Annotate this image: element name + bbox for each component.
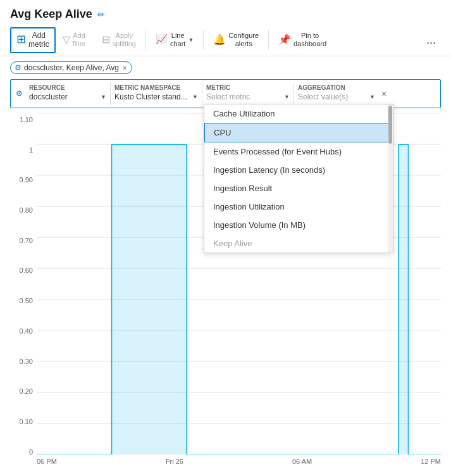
resource-value: docscluster xyxy=(29,92,68,101)
page-title: Avg Keep Alive xyxy=(10,8,92,21)
resource-arrow: ▼ xyxy=(101,94,106,100)
namespace-dropdown[interactable]: Kusto Cluster stand... ▼ xyxy=(112,91,201,103)
metric-placeholder: Select metric xyxy=(206,92,250,101)
tag-icon: ⚙ xyxy=(15,63,22,72)
pin-to-dashboard-button[interactable]: 📌 Pin to dashboard xyxy=(273,28,332,51)
add-metric-icon: ⊞ xyxy=(16,32,26,46)
aggregation-arrow: ▼ xyxy=(369,94,375,100)
metric-tag: ⚙ docscluster, Keep Alive, Avg × xyxy=(10,61,132,74)
pin-to-dashboard-label: Pin to dashboard xyxy=(293,32,326,48)
add-metric-label: Add metric xyxy=(28,31,49,49)
selector-resource-icon: ⚙ xyxy=(13,89,25,98)
resource-group: RESOURCE docscluster ▼ xyxy=(27,84,109,103)
tag-close-button[interactable]: × xyxy=(123,64,127,72)
tag-area: ⚙ docscluster, Keep Alive, Avg × xyxy=(0,56,451,79)
metric-item-cpu[interactable]: CPU xyxy=(204,123,393,142)
y-label-1: 1 xyxy=(10,146,37,154)
add-filter-label: Add filter xyxy=(73,32,86,48)
resource-dropdown[interactable]: docscluster ▼ xyxy=(27,91,109,103)
metric-dropdown-thumb xyxy=(388,106,392,144)
divider-2 xyxy=(202,82,202,105)
metric-item-events-processed[interactable]: Events Processed (for Event Hubs) xyxy=(204,142,393,161)
add-filter-icon: ▽ xyxy=(63,34,70,46)
x-label-06am: 06 AM xyxy=(292,458,312,469)
x-label-12pm: 12 PM xyxy=(421,458,441,469)
metric-item-cache-utilization[interactable]: Cache Utilization xyxy=(204,104,393,123)
x-label-06pm: 06 PM xyxy=(37,458,57,469)
namespace-value: Kusto Cluster stand... xyxy=(114,92,187,101)
metric-item-ingestion-utilization[interactable]: Ingestion Utilization xyxy=(204,197,393,216)
aggregation-label: AGGREGATION xyxy=(295,84,378,91)
pin-to-dashboard-icon: 📌 xyxy=(278,34,291,46)
metric-item-ingestion-volume[interactable]: Ingestion Volume (In MB) xyxy=(204,216,393,234)
y-label-0-90: 0.90 xyxy=(10,176,37,184)
metric-item-ingestion-latency[interactable]: Ingestion Latency (In seconds) xyxy=(204,161,393,179)
y-label-1-10: 1.10 xyxy=(10,116,37,123)
metric-item-keep-alive[interactable]: Keep Alive xyxy=(204,234,393,253)
metric-group: METRIC Select metric ▼ Cache Utilization… xyxy=(204,84,292,103)
metric-dropdown-scrollbar[interactable] xyxy=(388,104,393,253)
resource-label: RESOURCE xyxy=(27,84,109,91)
y-label-0-60: 0.60 xyxy=(10,266,37,274)
y-label-0: 0 xyxy=(10,448,37,456)
namespace-group: METRIC NAMESPACE Kusto Cluster stand... … xyxy=(112,84,201,103)
add-metric-button[interactable]: ⊞ Add metric xyxy=(10,27,56,53)
y-label-0-50: 0.50 xyxy=(10,297,37,304)
y-label-0-10: 0.10 xyxy=(10,418,37,425)
x-axis: 06 PM Fri 26 06 AM 12 PM xyxy=(37,456,441,469)
metric-dropdown-trigger[interactable]: Select metric ▼ xyxy=(204,91,292,103)
page-header: Avg Keep Alive ✏ xyxy=(0,0,451,25)
toolbar-separator-2 xyxy=(203,30,204,50)
y-label-0-70: 0.70 xyxy=(10,237,37,244)
apply-splitting-button: ⊟ Apply splitting xyxy=(96,28,142,51)
divider-3 xyxy=(293,82,294,105)
line-chart-arrow: ▼ xyxy=(188,37,194,43)
add-filter-button: ▽ Add filter xyxy=(57,28,95,51)
configure-alerts-icon: 🔔 xyxy=(213,34,226,46)
configure-alerts-label: Configure alerts xyxy=(228,32,259,48)
apply-splitting-icon: ⊟ xyxy=(102,34,110,46)
apply-splitting-label: Apply splitting xyxy=(113,32,136,48)
aggregation-placeholder: Select value(s) xyxy=(298,92,348,101)
page-container: Avg Keep Alive ✏ ⊞ Add metric ▽ Add filt… xyxy=(0,0,451,476)
y-label-0-80: 0.80 xyxy=(10,206,37,214)
namespace-label: METRIC NAMESPACE xyxy=(112,84,201,91)
y-label-0-30: 0.30 xyxy=(10,358,37,365)
selector-row: ⚙ RESOURCE docscluster ▼ METRIC NAMESPAC… xyxy=(10,79,441,108)
metric-dropdown-list: Cache Utilization CPU Events Processed (… xyxy=(204,104,393,253)
x-label-fri26: Fri 26 xyxy=(166,458,183,469)
edit-icon[interactable]: ✏ xyxy=(97,9,105,20)
metric-item-ingestion-result[interactable]: Ingestion Result xyxy=(204,179,393,197)
line-chart-button[interactable]: 📈 Line chart ▼ xyxy=(150,28,199,51)
metric-arrow: ▼ xyxy=(284,94,290,100)
selector-close-button[interactable]: × xyxy=(379,89,389,99)
line-chart-label: Line chart xyxy=(170,32,185,48)
tag-text: docscluster, Keep Alive, Avg xyxy=(24,63,119,72)
more-button[interactable]: ... xyxy=(421,31,441,49)
namespace-arrow: ▼ xyxy=(192,94,198,100)
configure-alerts-button[interactable]: 🔔 Configure alerts xyxy=(207,28,264,51)
y-axis: 1.10 1 0.90 0.80 0.70 0.60 0.50 0.40 0.3… xyxy=(10,113,37,468)
svg-marker-12 xyxy=(112,144,187,454)
toolbar-separator-3 xyxy=(268,30,269,50)
line-chart-icon: 📈 xyxy=(156,34,168,45)
toolbar: ⊞ Add metric ▽ Add filter ⊟ Apply splitt… xyxy=(0,25,451,56)
y-label-0-20: 0.20 xyxy=(10,387,37,395)
aggregation-dropdown[interactable]: Select value(s) ▼ xyxy=(295,91,378,103)
svg-marker-13 xyxy=(398,144,408,454)
metric-label: METRIC xyxy=(204,84,292,91)
toolbar-separator-1 xyxy=(145,30,146,50)
divider-1 xyxy=(110,82,111,105)
y-label-0-40: 0.40 xyxy=(10,327,37,335)
aggregation-group: AGGREGATION Select value(s) ▼ xyxy=(295,84,378,103)
